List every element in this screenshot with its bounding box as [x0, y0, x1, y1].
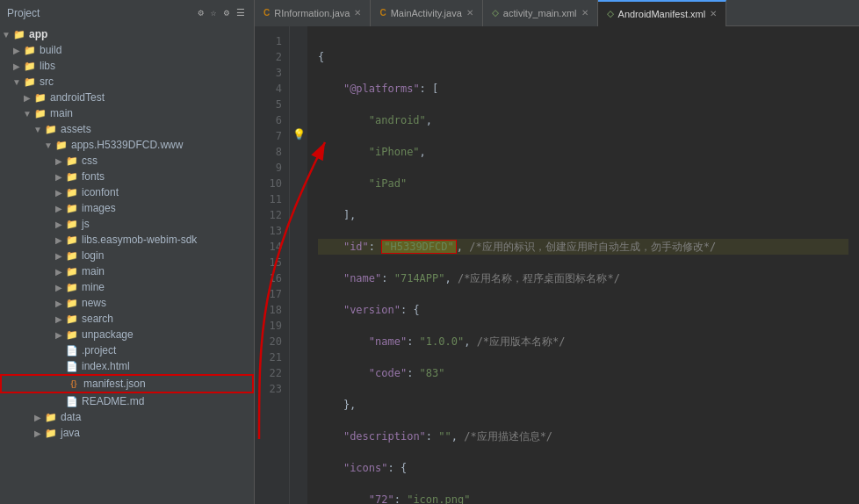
- close-main[interactable]: ✕: [466, 8, 473, 18]
- tree-item-css[interactable]: ▶ 📁 css: [0, 153, 254, 169]
- code-line-14: "icons": {: [318, 460, 848, 476]
- close-manifest[interactable]: ✕: [710, 9, 717, 18]
- arrow-main2: ▶: [53, 267, 65, 277]
- tree-label-unpackage: unpackage: [79, 328, 254, 341]
- folder-icon-libs: 📁: [23, 61, 37, 72]
- tree-item-apps[interactable]: ▼ 📁 apps.H5339DFCD.www: [0, 137, 254, 153]
- tree-item-app[interactable]: ▼ 📁 app: [0, 26, 254, 42]
- tab-bar: Project ⚙ ☆ ⚙ ☰ C RInformation.java ✕ C …: [0, 0, 859, 26]
- code-line-6: ],: [318, 207, 848, 223]
- arrow-login: ▶: [53, 251, 65, 261]
- folder-icon-libs-easy: 📁: [65, 234, 79, 246]
- tree-label-androidtest: androidTest: [47, 91, 254, 104]
- xml-icon-activity: ◇: [492, 8, 499, 18]
- tree-item-assets[interactable]: ▼ 📁 assets: [0, 121, 254, 137]
- folder-icon-data: 📁: [44, 412, 58, 423]
- tab-main[interactable]: C MainActivity.java ✕: [371, 0, 482, 26]
- arrow-search: ▶: [53, 314, 65, 324]
- code-line-12: },: [318, 397, 848, 413]
- arrow-build: ▶: [11, 46, 23, 55]
- folder-icon-java: 📁: [44, 428, 58, 439]
- tree-item-src[interactable]: ▼ 📁 src: [0, 74, 254, 90]
- arrow-main: ▼: [21, 109, 33, 119]
- gear-icon-1[interactable]: ⚙: [196, 5, 206, 20]
- tab-activity[interactable]: ◇ activity_main.xml ✕: [483, 0, 598, 26]
- tree-item-libs-easy[interactable]: ▶ 📁 libs.easymob-webim-sdk: [0, 232, 254, 248]
- arrow-java: ▶: [32, 428, 44, 438]
- tree-item-dotproject[interactable]: ▶ 📄 .project: [0, 342, 254, 358]
- tree-item-news[interactable]: ▶ 📁 news: [0, 295, 254, 311]
- app-window: Project ⚙ ☆ ⚙ ☰ C RInformation.java ✕ C …: [0, 0, 859, 504]
- gear-icon-2[interactable]: ⚙: [221, 5, 231, 20]
- folder-icon-androidtest: 📁: [33, 92, 47, 104]
- tree-item-main[interactable]: ▼ 📁 main: [0, 105, 254, 121]
- code-line-1: {: [318, 49, 848, 65]
- folder-icon-login: 📁: [65, 250, 79, 262]
- java-icon-main: C: [379, 8, 386, 18]
- tree-label-apps: apps.H5339DFCD.www: [69, 139, 254, 151]
- editor-area[interactable]: 1 2 3 4 5 6 7 8 9 10 11 12 13 14 15 16 1: [255, 26, 859, 504]
- tree-item-data[interactable]: ▶ 📁 data: [0, 409, 254, 425]
- code-line-9: "version": {: [318, 302, 848, 318]
- tree-item-iconfont[interactable]: ▶ 📁 iconfont: [0, 184, 254, 200]
- close-activity[interactable]: ✕: [581, 8, 588, 18]
- arrow-css: ▶: [53, 156, 65, 166]
- arrow-iconfont: ▶: [53, 188, 65, 198]
- tree-item-java[interactable]: ▶ 📁 java: [0, 425, 254, 441]
- tree-item-mine[interactable]: ▶ 📁 mine: [0, 279, 254, 295]
- close-rinfo[interactable]: ✕: [354, 8, 361, 18]
- tab-rinfo[interactable]: C RInformation.java ✕: [255, 0, 371, 26]
- tree-item-main2[interactable]: ▶ 📁 main: [0, 263, 254, 279]
- tree-item-search[interactable]: ▶ 📁 search: [0, 311, 254, 327]
- xml-icon-manifest: ◇: [607, 9, 614, 18]
- folder-icon-news: 📁: [65, 298, 79, 309]
- tree-label-libs-easy: libs.easymob-webim-sdk: [79, 234, 254, 246]
- arrow-images: ▶: [53, 204, 65, 213]
- gutter: 💡: [290, 26, 307, 504]
- tree-item-androidtest[interactable]: ▶ 📁 androidTest: [0, 90, 254, 105]
- folder-icon-main: 📁: [33, 108, 47, 119]
- tree-label-libs: libs: [37, 60, 254, 72]
- file-icon-indexhtml: 📄: [65, 361, 79, 372]
- project-panel-title: Project: [7, 7, 40, 19]
- tree-item-fonts[interactable]: ▶ 📁 fonts: [0, 169, 254, 184]
- tree-item-images[interactable]: ▶ 📁 images: [0, 200, 254, 216]
- file-icon-manifestjson: {}: [67, 379, 81, 388]
- code-line-10: "name": "1.0.0", /*应用版本名称*/: [318, 334, 848, 349]
- arrow-assets: ▼: [32, 125, 44, 134]
- tree-label-news: news: [79, 297, 254, 309]
- tree-item-readmemd[interactable]: ▶ 📄 README.md: [0, 393, 254, 409]
- tree-item-unpackage[interactable]: ▶ 📁 unpackage: [0, 327, 254, 342]
- tree-label-search: search: [79, 313, 254, 325]
- code-line-15: "72": "icon.png": [318, 492, 848, 504]
- star-icon-1[interactable]: ☆: [209, 5, 219, 20]
- line-numbers: 1 2 3 4 5 6 7 8 9 10 11 12 13 14 15 16 1: [255, 26, 290, 504]
- bulb-icon[interactable]: 💡: [292, 128, 306, 140]
- tree-item-js[interactable]: ▶ 📁 js: [0, 216, 254, 232]
- tree-label-indexhtml: index.html: [79, 360, 254, 372]
- folder-icon-main2: 📁: [65, 266, 79, 277]
- arrow-js: ▶: [53, 220, 65, 229]
- tree-label-main: main: [47, 107, 254, 119]
- code-container: 1 2 3 4 5 6 7 8 9 10 11 12 13 14 15 16 1: [255, 26, 859, 504]
- tree-item-login[interactable]: ▶ 📁 login: [0, 248, 254, 263]
- tree-label-css: css: [79, 155, 254, 167]
- arrow-src: ▼: [11, 77, 23, 87]
- tree-label-app: app: [26, 28, 254, 40]
- arrow-news: ▶: [53, 299, 65, 308]
- tab-manifest[interactable]: ◇ AndroidManifest.xml ✕: [598, 0, 727, 26]
- tree-item-build[interactable]: ▶ 📁 build: [0, 42, 254, 58]
- collapse-icon[interactable]: ☰: [235, 5, 247, 20]
- arrow-fonts: ▶: [53, 172, 65, 182]
- tree-item-indexhtml[interactable]: ▶ 📄 index.html: [0, 358, 254, 374]
- code-content: { "@platforms": [ "android", "iPhone", "…: [307, 26, 859, 504]
- folder-icon-search: 📁: [65, 313, 79, 325]
- tree-item-manifestjson[interactable]: ▶ {} manifest.json: [0, 374, 254, 393]
- code-line-13: "description": "", /*应用描述信息*/: [318, 428, 848, 444]
- arrow-data: ▶: [32, 413, 44, 422]
- tab-main-label: MainActivity.java: [391, 8, 462, 18]
- main-content: ▼ 📁 app ▶ 📁 build ▶ 📁 libs ▼: [0, 26, 859, 504]
- tree-item-libs[interactable]: ▶ 📁 libs: [0, 58, 254, 74]
- project-panel-header: Project ⚙ ☆ ⚙ ☰: [0, 0, 255, 26]
- folder-icon-build: 📁: [23, 45, 37, 56]
